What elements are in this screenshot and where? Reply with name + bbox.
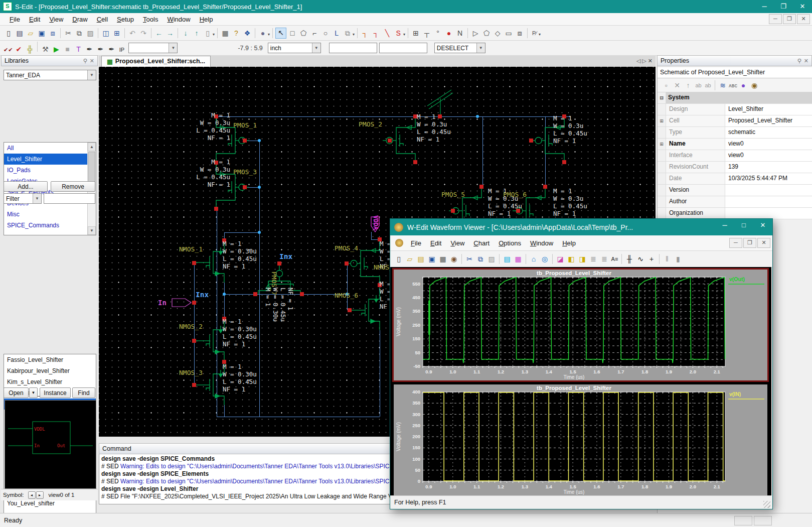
delete-property-icon[interactable]: ✕ [672,80,682,90]
check-design-icon[interactable]: ◫ [101,28,111,38]
collapse-icon[interactable]: ⊟ [658,92,666,103]
properties-section-system[interactable]: ⊟System [658,92,812,104]
copy-icon[interactable]: ⧉ [74,28,84,38]
property-row-cell[interactable]: ⊞CellProposed_Level_Shifter [658,115,812,127]
main-menu-help[interactable]: Help [195,16,218,23]
chevron-down-icon[interactable]: ▼ [476,43,485,53]
port-inout-icon[interactable]: ◇ [493,28,503,38]
export-data-icon[interactable]: ◨ [577,254,587,264]
connection-point[interactable] [277,261,281,266]
tile-horizontal-icon[interactable]: ▤ [502,254,512,264]
w-edit-menu-help[interactable]: Help [558,239,580,247]
paste-icon[interactable]: ▨ [486,254,497,264]
undo-icon[interactable]: ↶ [127,28,137,38]
check-all-icon[interactable]: ✔✔ [4,45,13,55]
connection-point[interactable] [479,185,483,189]
properties-grid[interactable]: ⊟SystemDesignLevel_Shifter⊞CellProposed_… [658,92,812,219]
horizontal-cursor-icon[interactable]: ∿ [635,254,645,264]
find-cell-button[interactable]: Find [72,387,95,398]
open-icon[interactable]: ▱ [26,28,36,38]
w-edit-child-close[interactable]: ✕ [757,238,770,248]
w-edit-menu-window[interactable]: Window [526,239,558,247]
add-marker-icon[interactable]: + [646,254,657,264]
evaluate-icon[interactable]: ≋ [718,80,728,90]
port-global-icon[interactable]: ⧈ [515,28,525,38]
child-minimize-button[interactable]: ─ [769,14,782,24]
connection-point[interactable] [529,139,533,143]
PMOS_2-symbol[interactable] [383,116,415,162]
library-folder-all[interactable]: All [4,143,90,154]
resize-grip[interactable] [763,501,770,508]
history-combo[interactable]: ▼ [128,43,178,53]
w-edit-close-button[interactable]: ✕ [753,219,772,235]
property-row-organization[interactable]: Organization [658,208,812,219]
pop-out-icon[interactable]: ↑ [192,28,202,38]
main-menu-edit[interactable]: Edit [25,16,45,23]
circle-tool-icon[interactable]: ○ [320,28,331,38]
back-icon[interactable]: ← [154,28,164,38]
chevron-down-icon[interactable]: ▼ [169,43,177,53]
port-other-icon[interactable]: ▭ [504,28,514,38]
lock-icon[interactable]: ● [738,80,748,90]
scroll-thumb[interactable] [88,152,95,182]
property-value[interactable] [725,185,812,196]
print-icon[interactable]: ▦ [438,254,448,264]
open-icon[interactable]: ▱ [405,254,415,264]
add-chart-icon[interactable]: ≣ [588,254,598,264]
w-edit-menu-edit[interactable]: Edit [426,239,446,247]
array-icon[interactable]: ⊞ [411,28,421,38]
w-edit-child-restore[interactable]: ❐ [743,238,756,248]
open-cell-button[interactable]: Open [4,387,29,398]
main-menu-setup[interactable]: Setup [112,16,138,23]
net-label-icon[interactable]: N [455,28,465,38]
tile-windows-icon[interactable]: ▦ [513,254,523,264]
wire-tool-icon[interactable]: ┐ [360,28,370,38]
property-row-name[interactable]: ⊞Nameview0 [658,139,812,150]
remove-library-button[interactable]: Remove [51,181,95,192]
connection-point[interactable] [300,292,304,296]
close-button[interactable]: ✕ [793,0,812,13]
main-menu-file[interactable]: File [5,16,25,23]
pause-icon[interactable]: ‖ [662,254,672,264]
visibility-icon[interactable]: ◉ [749,80,759,90]
stop-icon[interactable]: ▮ [673,254,683,264]
port-in-icon[interactable]: ▷ [470,28,480,38]
tab-scroll-left-icon[interactable]: ◁ [636,58,640,64]
scroll-down-icon[interactable]: ▼ [88,226,96,235]
child-restore-button[interactable]: ❐ [783,14,796,24]
new-view-icon[interactable]: ▯ [203,28,213,38]
flying-wire-annotation[interactable] [427,90,453,115]
paste-icon[interactable]: ▨ [85,28,95,38]
selected-chart-frame[interactable]: 0.91.01.11.21.31.41.51.61.71.81.92.02.15… [392,268,769,382]
expand-icon[interactable]: ⊞ [658,115,666,126]
instance-tool-icon-dropdown[interactable]: ▾ [353,32,355,37]
connection-point[interactable] [348,308,352,312]
scroll-up-icon[interactable]: ▲ [88,143,96,151]
entry-field-1[interactable] [329,43,377,53]
chevron-down-icon[interactable]: ▼ [87,70,96,80]
main-menu-view[interactable]: View [45,16,68,23]
connection-point[interactable] [388,139,392,143]
pin-icon[interactable]: ° [433,28,443,38]
connection-point[interactable] [214,207,218,211]
port-in-shape[interactable] [172,299,191,307]
property-row-author[interactable]: Author [658,196,812,208]
path-tool-icon[interactable]: ⌐ [309,28,319,38]
connection-point[interactable] [438,114,442,118]
vertical-cursor-icon[interactable]: ╫ [624,254,634,264]
property-value[interactable]: 10/3/2025 5:44:47 PM [725,173,812,184]
w-edit-menu-view[interactable]: View [446,239,469,247]
property-row-version[interactable]: Version [658,185,812,196]
help-icon[interactable]: ? [231,28,241,38]
rename-ab2-icon[interactable]: ab [704,80,712,90]
label-properties-icon[interactable]: A≡ [610,254,619,264]
label-tool-icon[interactable]: L [332,28,342,38]
redo-icon[interactable]: ↷ [138,28,148,38]
tab-close-icon[interactable]: ✕ [648,58,653,64]
child-close-button[interactable]: ✕ [797,14,810,24]
connection-point[interactable] [192,301,196,305]
diagonal-wire-icon[interactable]: ╲ [382,28,392,38]
w-edit-menu-options[interactable]: Options [494,239,526,247]
abc-display-icon[interactable]: ᴀʙᴄ [729,80,737,90]
probe-voltage-icon[interactable]: ✒ [84,44,94,54]
